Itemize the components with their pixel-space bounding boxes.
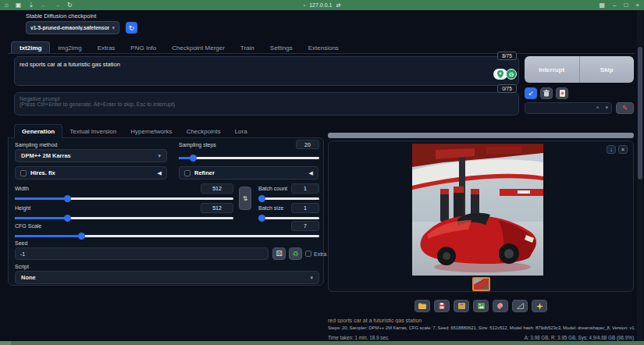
hires-fix-accordion[interactable]: Hires. fix ◀ [15, 166, 167, 180]
refiner-checkbox[interactable] [184, 170, 190, 176]
generation-info-prompt: red sports car at a futuristic gas stati… [328, 318, 634, 323]
save-image-button[interactable] [434, 300, 450, 312]
reuse-seed-button[interactable]: ♻ [289, 247, 302, 260]
download-image-button[interactable]: ↓ [607, 145, 616, 154]
height-input[interactable] [201, 203, 233, 213]
generated-image[interactable] [412, 144, 543, 276]
refresh-checkpoints-button[interactable]: ↻ [126, 22, 137, 34]
generate-button-group: Interrupt Skip [525, 56, 634, 83]
close-image-button[interactable]: × [618, 145, 628, 154]
chevron-down-icon: ▾ [310, 275, 313, 281]
extra-seed-option[interactable]: Extra [305, 251, 326, 257]
card-icon [560, 90, 565, 97]
card-box-icon [458, 303, 465, 309]
random-seed-button[interactable]: ⚄ [272, 247, 286, 260]
apps-icon[interactable]: ▦ [599, 2, 605, 9]
tab-extensions[interactable]: Extensions [301, 42, 347, 54]
browser-statusbar [0, 341, 644, 345]
palette-icon [497, 303, 504, 309]
subtab-generation[interactable]: Generation [14, 124, 62, 138]
sampling-steps-input[interactable] [296, 140, 319, 149]
tab-png-info[interactable]: PNG Info [123, 42, 164, 54]
checkpoint-dropdown[interactable]: v1-5-pruned-emaonly.safetensors [6ce0161… [26, 21, 119, 34]
upscale-button[interactable] [532, 300, 547, 312]
width-input[interactable] [201, 183, 233, 194]
tab-checkpoint-merger[interactable]: Checkpoint Merger [164, 42, 233, 54]
minimize-button[interactable]: – [613, 2, 616, 9]
close-button[interactable]: × [635, 2, 639, 9]
address-bar[interactable]: ▫ 127.0.0.1 ⇄ [0, 0, 644, 10]
styles-dropdown[interactable]: × ▾ [525, 102, 612, 114]
shuffle-icon[interactable]: ⇄ [336, 2, 340, 9]
generation-panel: Sampling method DPM++ 2M Karras ▾ Sampli… [8, 137, 324, 286]
slider-handle[interactable] [258, 215, 265, 222]
send-to-img2img-button[interactable] [473, 300, 489, 312]
clear-styles-icon[interactable]: × [596, 104, 600, 111]
paste-arrow-icon: ↙ [528, 90, 534, 97]
clear-prompt-button[interactable] [540, 87, 553, 99]
sampling-method-dropdown[interactable]: DPM++ 2M Karras ▾ [15, 149, 167, 162]
open-folder-button[interactable] [415, 300, 430, 312]
batch-count-slider[interactable] [258, 195, 319, 202]
script-dropdown[interactable]: None ▾ [15, 271, 319, 284]
swap-dimensions-button[interactable]: ⇅ [239, 187, 251, 210]
tab-settings[interactable]: Settings [262, 42, 301, 54]
cfg-scale-slider[interactable] [15, 233, 319, 240]
tab-train[interactable]: Train [233, 42, 262, 54]
url-text[interactable]: 127.0.0.1 [309, 2, 332, 8]
reload-icon[interactable]: ↻ [67, 0, 73, 10]
home-icon[interactable]: ⌂ [5, 0, 9, 10]
recycle-icon: ♻ [292, 250, 298, 258]
subtab-checkpoints[interactable]: Checkpoints [180, 125, 228, 138]
chevron-down-icon: ▾ [158, 153, 161, 159]
slider-handle[interactable] [190, 155, 197, 162]
site-info-icon[interactable]: ▫ [304, 2, 305, 8]
paste-generation-params-button[interactable]: ↙ [525, 87, 537, 99]
tab-img2img[interactable]: img2img [50, 42, 89, 54]
interrupt-button[interactable]: Interrupt [525, 56, 579, 83]
folder-icon [418, 303, 426, 309]
tab-txt2img[interactable]: txt2img [11, 41, 50, 54]
subtab-textual-inversion[interactable]: Textual Inversion [62, 125, 123, 138]
browser-topbar: ⌂ ▣ ⇣ ← → ↻ ▫ 127.0.0.1 ⇄ ▦ – □ × [0, 0, 644, 10]
ruler-icon [517, 303, 524, 309]
gallery-thumbnail[interactable] [472, 277, 490, 291]
height-slider[interactable] [15, 215, 233, 222]
scrollbar-thumb[interactable] [638, 47, 642, 180]
memory-usage: A: 3.98 GB, R: 3.95 GB, Sys: 4.9/4.68 GB… [525, 335, 634, 340]
forward-icon[interactable]: → [54, 0, 60, 10]
extra-networks-button[interactable] [556, 87, 568, 99]
grammarly-icon[interactable]: G [506, 69, 517, 80]
send-to-extras-button[interactable] [512, 300, 528, 312]
skip-button[interactable]: Skip [580, 56, 635, 83]
main-tabs: txt2img img2img Extras PNG Info Checkpoi… [11, 41, 347, 54]
chevron-down-icon: ▾ [112, 25, 115, 31]
slider-handle[interactable] [258, 195, 265, 202]
pencil-icon: ✎ [622, 105, 628, 112]
subtab-hypernetworks[interactable]: Hypernetworks [123, 125, 179, 138]
subtab-lora[interactable]: Lora [228, 125, 254, 138]
prompt-input[interactable]: red sports car at a futuristic gas stati… [15, 57, 518, 85]
extra-seed-checkbox[interactable] [305, 251, 311, 257]
maximize-button[interactable]: □ [624, 2, 628, 9]
tabs-icon[interactable]: ▣ [16, 0, 22, 10]
refiner-accordion[interactable]: Refiner ◀ [179, 166, 318, 180]
sampling-steps-slider[interactable] [179, 155, 319, 162]
cfg-scale-input[interactable] [291, 221, 319, 231]
negative-prompt-input[interactable] [15, 93, 518, 115]
download-icon[interactable]: ⇣ [28, 0, 34, 10]
batch-count-input[interactable] [291, 183, 319, 194]
batch-size-input[interactable] [291, 203, 319, 213]
slider-handle[interactable] [78, 233, 85, 240]
slider-handle[interactable] [64, 195, 71, 202]
tab-extras[interactable]: Extras [90, 42, 123, 54]
width-slider[interactable] [15, 195, 233, 202]
save-zip-button[interactable] [454, 300, 469, 312]
seed-input[interactable] [15, 247, 269, 260]
edit-styles-button[interactable]: ✎ [616, 102, 634, 114]
slider-handle[interactable] [64, 215, 71, 222]
send-to-inpaint-button[interactable] [493, 300, 508, 312]
hires-fix-checkbox[interactable] [20, 170, 27, 176]
checkpoint-label: Stable Diffusion checkpoint [26, 12, 96, 20]
back-icon[interactable]: ← [41, 0, 47, 10]
